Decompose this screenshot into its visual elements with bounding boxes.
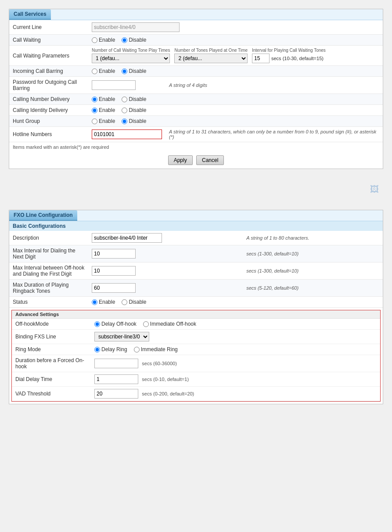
vad-threshold-row: VAD Threshold secs (0-200, default=20) bbox=[12, 387, 380, 401]
hotline-numbers-label: Hotline Numbers bbox=[9, 127, 88, 142]
duration-forced-onhook-value-cell: secs (60-36000) bbox=[91, 355, 380, 372]
dial-delay-time-label: Dial Delay Time bbox=[12, 372, 91, 387]
basic-config-header: Basic Configurations bbox=[9, 221, 383, 231]
watermark-area: 🖼 bbox=[9, 182, 383, 197]
ring-delay-radio[interactable] bbox=[94, 347, 100, 352]
ring-immediate-label[interactable]: Immediate Ring bbox=[134, 346, 178, 352]
call-services-card: Call Services Current Line Call Waiting … bbox=[9, 9, 383, 169]
cid-enable-radio[interactable] bbox=[92, 108, 97, 113]
offhook-immediate-label[interactable]: Immediate Off-hook bbox=[143, 321, 196, 327]
hunt-group-radio-group: Enable Disable bbox=[92, 118, 379, 124]
incoming-barring-enable-radio[interactable] bbox=[92, 68, 97, 74]
max-interval-offhook-input[interactable] bbox=[92, 266, 136, 276]
max-duration-ringback-hint: secs (5-120, default=60) bbox=[243, 280, 383, 297]
max-interval-offhook-value-cell bbox=[88, 262, 243, 280]
cid-enable-label[interactable]: Enable bbox=[92, 107, 115, 113]
password-outgoing-hint: A string of 4 digits bbox=[165, 77, 383, 94]
num-tones-select[interactable]: 2 (defau... 1 3 bbox=[174, 54, 248, 63]
max-interval-next-input[interactable] bbox=[92, 249, 136, 259]
incoming-barring-enable-label[interactable]: Enable bbox=[92, 68, 115, 74]
ring-mode-row: Ring Mode Delay Ring Immediate Ring bbox=[12, 344, 380, 355]
ring-immediate-radio[interactable] bbox=[134, 347, 140, 352]
call-waiting-enable-radio[interactable] bbox=[92, 37, 97, 43]
ring-mode-label: Ring Mode bbox=[12, 344, 91, 355]
watermark-icon: 🖼 bbox=[370, 184, 379, 194]
incoming-barring-disable-radio[interactable] bbox=[122, 68, 127, 74]
status-row: Status Enable Disable bbox=[9, 297, 383, 308]
max-interval-next-label: Max Interval for Dialing the Next Digit bbox=[9, 245, 88, 262]
advanced-settings-container: Advanced Settings Off-hookMode Delay Off… bbox=[11, 310, 381, 402]
cnd-enable-label[interactable]: Enable bbox=[92, 96, 115, 102]
call-waiting-disable-radio[interactable] bbox=[122, 37, 127, 43]
vad-threshold-input[interactable] bbox=[94, 389, 138, 399]
fxo-line-card: FXO Line Configuration Basic Configurati… bbox=[9, 210, 383, 404]
call-waiting-enable-label[interactable]: Enable bbox=[92, 37, 115, 43]
offhook-mode-value-cell: Delay Off-hook Immediate Off-hook bbox=[91, 319, 380, 330]
tone-play-times-group: Number of Call Waiting Tone Play Times 1… bbox=[92, 48, 170, 63]
call-waiting-value-cell: Enable Disable bbox=[88, 35, 383, 46]
status-label: Status bbox=[9, 297, 88, 308]
call-services-title-bar: Call Services bbox=[9, 9, 383, 20]
hunt-group-disable-radio[interactable] bbox=[122, 119, 127, 124]
status-enable-label[interactable]: Enable bbox=[92, 299, 115, 305]
hunt-group-disable-label[interactable]: Disable bbox=[122, 118, 146, 124]
apply-button[interactable]: Apply bbox=[168, 155, 193, 165]
call-waiting-params-label: Call Waiting Parameters bbox=[9, 46, 88, 66]
duration-forced-onhook-hint: secs (60-36000) bbox=[142, 361, 177, 366]
dial-delay-time-hint: secs (0-10, default=1) bbox=[142, 377, 189, 382]
incoming-barring-disable-label[interactable]: Disable bbox=[122, 68, 146, 74]
tone-play-times-label: Number of Call Waiting Tone Play Times bbox=[92, 48, 170, 53]
call-waiting-params-value-cell: Number of Call Waiting Tone Play Times 1… bbox=[88, 46, 383, 66]
interval-label: Interval for Playing Call Waiting Tones bbox=[252, 48, 326, 53]
offhook-delay-label[interactable]: Delay Off-hook bbox=[94, 321, 137, 327]
num-tones-group: Number of Tones Played at One Time 2 (de… bbox=[174, 48, 248, 63]
cid-disable-label[interactable]: Disable bbox=[122, 107, 146, 113]
offhook-delay-radio[interactable] bbox=[94, 321, 100, 327]
calling-number-delivery-value-cell: Enable Disable bbox=[88, 94, 383, 105]
vad-threshold-value-cell: secs (0-200, default=20) bbox=[91, 387, 380, 401]
call-waiting-disable-label[interactable]: Disable bbox=[122, 37, 146, 43]
cnd-enable-radio[interactable] bbox=[92, 97, 97, 102]
fxo-title-bar: FXO Line Configuration bbox=[9, 210, 383, 221]
duration-forced-onhook-input[interactable] bbox=[94, 359, 138, 368]
spacer bbox=[9, 197, 383, 210]
hotline-numbers-row: Hotline Numbers A string of 1 to 31 char… bbox=[9, 127, 383, 142]
cw-params-container: Number of Call Waiting Tone Play Times 1… bbox=[92, 48, 379, 63]
hotline-numbers-value-cell bbox=[88, 127, 165, 142]
cancel-button[interactable]: Cancel bbox=[196, 155, 224, 165]
page-wrapper: Call Services Current Line Call Waiting … bbox=[9, 9, 383, 404]
status-disable-label[interactable]: Disable bbox=[122, 299, 146, 305]
call-waiting-radio-group: Enable Disable bbox=[92, 37, 379, 43]
description-hint: A string of 1 to 80 characters. bbox=[243, 231, 383, 245]
max-duration-ringback-input[interactable] bbox=[92, 283, 136, 293]
status-enable-radio[interactable] bbox=[92, 299, 97, 305]
hunt-group-enable-label[interactable]: Enable bbox=[92, 118, 115, 124]
password-outgoing-input[interactable] bbox=[92, 80, 136, 90]
incoming-call-barring-row: Incoming Call Barring Enable Disable bbox=[9, 66, 383, 77]
dial-delay-time-value-cell: secs (0-10, default=1) bbox=[91, 372, 380, 387]
cnd-disable-radio[interactable] bbox=[122, 97, 127, 102]
calling-identity-delivery-value-cell: Enable Disable bbox=[88, 105, 383, 116]
cid-disable-radio[interactable] bbox=[122, 108, 127, 113]
password-outgoing-value-cell bbox=[88, 77, 165, 94]
dial-delay-time-input[interactable] bbox=[94, 374, 138, 384]
offhook-immediate-radio[interactable] bbox=[143, 321, 149, 327]
call-services-buttons: Apply Cancel bbox=[9, 152, 383, 169]
cnd-disable-label[interactable]: Disable bbox=[122, 96, 146, 102]
tone-play-times-select[interactable]: 1 (defau... 2 3 bbox=[92, 54, 170, 63]
advanced-settings-header: Advanced Settings bbox=[12, 310, 380, 319]
interval-group: Interval for Playing Call Waiting Tones … bbox=[252, 48, 326, 63]
binding-fxs-select[interactable]: subscriber-line3/0 subscriber-line4/0 bbox=[94, 332, 149, 341]
call-waiting-params-row: Call Waiting Parameters Number of Call W… bbox=[9, 46, 383, 66]
max-interval-next-row: Max Interval for Dialing the Next Digit … bbox=[9, 245, 383, 262]
hotline-numbers-hint: A string of 1 to 31 characters, which ca… bbox=[165, 127, 383, 142]
max-interval-offhook-label: Max Interval between Off-hook and Dialin… bbox=[9, 262, 88, 280]
description-input[interactable] bbox=[92, 233, 162, 243]
status-disable-radio[interactable] bbox=[122, 299, 127, 305]
hunt-group-enable-radio[interactable] bbox=[92, 119, 97, 124]
ring-delay-label[interactable]: Delay Ring bbox=[94, 346, 127, 352]
binding-fxs-label: Binding FXS Line bbox=[12, 330, 91, 344]
interval-input[interactable] bbox=[252, 54, 270, 63]
hotline-numbers-input[interactable] bbox=[92, 129, 162, 139]
current-line-input[interactable] bbox=[92, 22, 180, 32]
